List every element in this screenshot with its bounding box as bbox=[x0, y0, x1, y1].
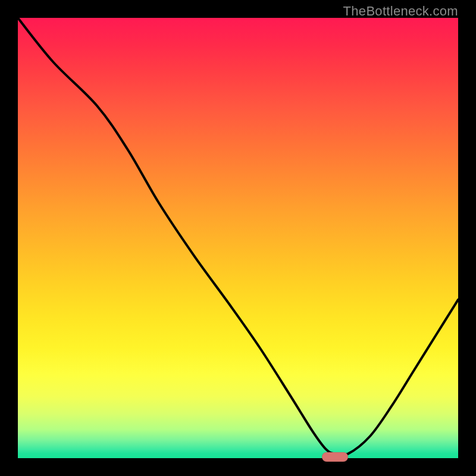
watermark-text: TheBottleneck.com bbox=[343, 4, 458, 19]
bottleneck-curve bbox=[18, 18, 458, 458]
optimal-marker bbox=[322, 452, 348, 462]
curve-path bbox=[18, 18, 458, 455]
chart-frame: TheBottleneck.com bbox=[0, 0, 476, 476]
